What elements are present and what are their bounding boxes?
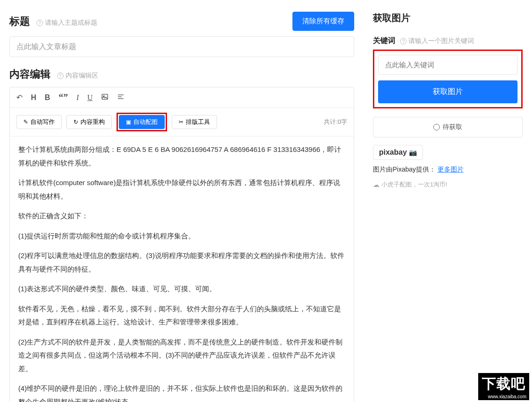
circle-icon <box>433 124 440 130</box>
editor-box: ↶ H B “” I U ✎ 自动写作 ↻ <box>9 87 354 402</box>
title-section-header: 标题 ? 请输入主题或标题 清除所有缓存 <box>9 12 354 31</box>
layout-tool-button[interactable]: ✂ 排版工具 <box>172 115 217 129</box>
content-editor-label: 内容编辑 <box>9 68 51 80</box>
quote-icon[interactable]: “” <box>58 92 68 103</box>
gallery-icon: ▣ <box>126 119 131 125</box>
auto-image-button[interactable]: ▣ 自动配图 <box>119 115 165 129</box>
heading-icon[interactable]: H <box>31 93 36 102</box>
editor-paragraph: (1)表达形式不同的硬件类型、颜色、味道、可见、可摸、可闻。 <box>18 282 345 296</box>
format-toolbar: ↶ H B “” I U <box>10 87 354 108</box>
clear-cache-button[interactable]: 清除所有缓存 <box>292 12 354 31</box>
content-rebuild-button[interactable]: ↻ 内容重构 <box>66 115 112 129</box>
cloud-icon: ☁ <box>373 181 379 188</box>
info-icon: ? <box>400 38 407 44</box>
image-icon[interactable] <box>101 93 109 102</box>
footer-note: ☁ 小虎子配图，一次1淘币! <box>373 180 523 189</box>
layout-icon: ✂ <box>179 119 183 125</box>
editor-paragraph: (4)维护不同的硬件是旧的，理论上软件是旧的，并不坏，但实际上软件也是旧的和坏的… <box>18 382 345 402</box>
bold-icon[interactable]: B <box>45 93 51 102</box>
editor-paragraph: (2)生产方式不同的软件是开发，是人类智能的高发挥，而不是传统意义上的硬件制造。… <box>18 336 345 376</box>
camera-icon: 📷 <box>409 149 417 156</box>
char-count: 共计:0字 <box>324 118 347 126</box>
auto-image-highlight: ▣ 自动配图 <box>117 113 167 131</box>
pixabay-badge: pixabay 📷 <box>373 145 423 160</box>
editor-paragraph: 软件看不见，无色，枯燥，看不见，摸不到，闻不到。软件大部分存在于人们的头脑或纸上… <box>18 302 345 329</box>
editor-paragraph: (2)程序可以满意地处理信息的数据结构。(3)说明程序功能要求和程序需要的文档的… <box>18 249 345 276</box>
keyword-label: 关键词 <box>373 36 395 46</box>
keyword-input[interactable] <box>378 55 517 75</box>
provider-text: 图片由Pixabay提供： 更多图片 <box>373 165 523 174</box>
fetch-image-button[interactable]: 获取图片 <box>378 80 517 103</box>
editor-paragraph: 计算机软件(computer software)是指计算机系统中除硬件以外的所有… <box>18 176 345 203</box>
title-label: 标题 <box>9 15 30 27</box>
keyword-hint: ? 请输入一个图片关键词 <box>400 37 474 45</box>
content-editor-hint: ? 内容编辑区 <box>57 72 98 80</box>
pencil-icon: ✎ <box>23 119 28 125</box>
editor-paragraph: 软件的正确含义如下： <box>18 209 345 223</box>
auto-write-button[interactable]: ✎ 自动写作 <box>16 115 62 129</box>
action-toolbar: ✎ 自动写作 ↻ 内容重构 ▣ 自动配图 ✂ 排版工具 共计:0字 <box>10 108 354 136</box>
article-title-input[interactable] <box>9 36 354 57</box>
keyword-highlight-box: 获取图片 <box>373 50 523 108</box>
editor-paragraph: 整个计算机系统由两部分组成：E 69DA 5 E 6 BA 9062616964… <box>18 143 345 170</box>
pending-status: 待获取 <box>373 117 523 137</box>
underline-icon[interactable]: U <box>87 93 93 102</box>
info-icon: ? <box>57 72 64 79</box>
info-icon: ? <box>36 20 43 26</box>
italic-icon[interactable]: I <box>76 93 79 102</box>
watermark: 下载吧 www.xiazaiba.com <box>478 373 529 400</box>
more-images-link[interactable]: 更多图片 <box>437 165 464 173</box>
align-icon[interactable] <box>117 93 124 102</box>
title-hint: ? 请输入主题或标题 <box>36 19 97 27</box>
content-editor-header: 内容编辑 ? 内容编辑区 <box>9 67 354 81</box>
refresh-icon: ↻ <box>73 119 78 125</box>
undo-icon[interactable]: ↶ <box>16 93 22 102</box>
editor-paragraph: (1)提供运行时所需功能和性能的命令或计算机程序集合。 <box>18 230 345 243</box>
editor-content[interactable]: 整个计算机系统由两部分组成：E 69DA 5 E 6 BA 9062616964… <box>10 136 354 402</box>
fetch-image-title: 获取图片 <box>373 12 523 24</box>
